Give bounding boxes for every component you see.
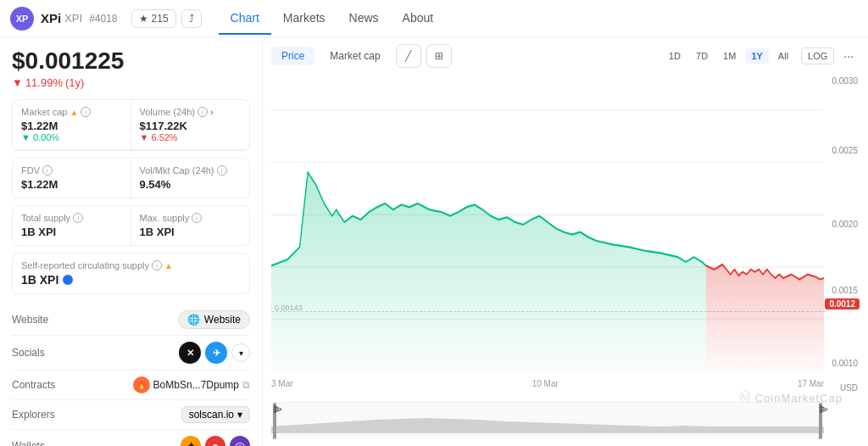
- explorer-button[interactable]: solscan.io ▾: [181, 406, 250, 423]
- circ-supply-label: Self-reported circulating supply: [21, 260, 149, 270]
- price-chart-svg: [271, 73, 824, 371]
- socials-label: Socials: [12, 347, 45, 359]
- price-change-arrow: ▼: [12, 76, 23, 89]
- volume-cell: Volume (24h) i › $117.22K ▼ 6.52%: [131, 100, 250, 150]
- fdv-label: FDV: [21, 165, 40, 176]
- candle-chart-icon-btn[interactable]: ⊞: [426, 44, 452, 68]
- market-cap-cell: Market cap ▲ i $1.22M ▼ 0.00%: [13, 100, 131, 150]
- tab-markets[interactable]: Markets: [271, 3, 337, 35]
- website-row: Website 🌐 Website: [12, 304, 250, 336]
- token-icon: XP: [10, 7, 34, 31]
- y-label-0010: 0.0010: [832, 359, 858, 368]
- star-count: 215: [152, 13, 169, 25]
- chart-area: 0.0030 0.0025 0.0020 0.0015 0.0010 0.001…: [271, 73, 860, 439]
- contracts-label: Contracts: [12, 379, 55, 391]
- time-btn-1d[interactable]: 1D: [663, 48, 687, 64]
- line-chart-icon-btn[interactable]: ╱: [396, 44, 421, 68]
- fdv-value: $1.22M: [21, 178, 122, 191]
- right-panel: Price Market cap ╱ ⊞ 1D 7D 1M 1Y All LOG…: [263, 37, 868, 446]
- market-cap-change: ▼ 0.00%: [21, 132, 122, 142]
- socials-more-button[interactable]: ▾: [231, 343, 250, 362]
- circ-supply-warning-icon: ▲: [164, 261, 173, 270]
- left-panel: $0.001225 ▼ 11.99% (1y) Market cap ▲ i $…: [0, 37, 263, 446]
- share-button[interactable]: ⤴: [181, 9, 202, 28]
- y-label-0025: 0.0025: [832, 146, 858, 155]
- fdv-info-icon: i: [42, 165, 53, 176]
- price-change-period: (1y): [65, 76, 84, 89]
- volume-value: $117.22K: [140, 120, 242, 132]
- vol-mkt-info-icon: i: [217, 165, 227, 176]
- log-button[interactable]: LOG: [801, 47, 834, 64]
- tab-chart[interactable]: Chart: [219, 3, 271, 35]
- share-icon: ⤴: [189, 13, 194, 25]
- x-label-3mar: 3 Mar: [271, 379, 293, 388]
- total-supply-info-icon: i: [73, 213, 83, 223]
- volume-change: ▼ 6.52%: [140, 132, 242, 142]
- x-label-17mar: 17 Mar: [798, 379, 824, 388]
- market-cap-info-icon: i: [81, 107, 91, 117]
- contracts-value: 🔥 BoMbSn...7Dpump ⧉: [133, 376, 250, 393]
- price-tab[interactable]: Price: [271, 47, 314, 65]
- time-btn-1y[interactable]: 1Y: [745, 48, 768, 64]
- copy-icon[interactable]: ⧉: [242, 379, 250, 391]
- y-label-0015: 0.0015: [832, 286, 858, 295]
- website-button[interactable]: 🌐 Website: [178, 310, 250, 329]
- tab-news[interactable]: News: [337, 3, 391, 35]
- candle-icon: ⊞: [435, 50, 443, 62]
- market-cap-warning-icon: ▲: [70, 108, 78, 117]
- fdv-cell: FDV i $1.22M: [13, 159, 131, 198]
- website-value: 🌐 Website: [178, 310, 250, 329]
- current-price-badge: 0.0012: [825, 298, 860, 309]
- globe-icon: 🌐: [187, 314, 200, 326]
- explorers-row: Explorers solscan.io ▾: [12, 400, 250, 430]
- star-icon: ★: [139, 13, 148, 25]
- circ-supply-info-icon: i: [152, 260, 162, 270]
- star-button[interactable]: ★ 215: [131, 9, 176, 28]
- explorer-dropdown-icon: ▾: [237, 409, 242, 421]
- y-label-0020: 0.0020: [832, 220, 858, 229]
- token-rank: #4018: [89, 13, 117, 25]
- contracts-row: Contracts 🔥 BoMbSn...7Dpump ⧉: [12, 371, 250, 400]
- volume-link-icon[interactable]: ›: [210, 107, 214, 117]
- time-btn-all[interactable]: All: [772, 48, 794, 64]
- usd-label: USD: [840, 383, 858, 393]
- max-supply-cell: Max. supply i 1B XPI: [131, 206, 250, 245]
- x-label-10mar: 10 Mar: [532, 379, 559, 388]
- market-cap-label: Market cap: [21, 107, 67, 117]
- mini-chart-right-handle[interactable]: ⫸: [819, 403, 822, 439]
- circ-supply-dot: [63, 275, 73, 285]
- tab-about[interactable]: About: [391, 3, 446, 35]
- vol-mkt-value: 9.54%: [140, 178, 242, 191]
- explorers-label: Explorers: [12, 409, 55, 421]
- chart-toolbar: Price Market cap ╱ ⊞ 1D 7D 1M 1Y All LOG…: [271, 44, 860, 68]
- telegram-icon[interactable]: ✈: [205, 342, 227, 364]
- circ-supply-box: Self-reported circulating supply i ▲ 1B …: [12, 253, 250, 294]
- wallet-icon-3[interactable]: ◎: [230, 436, 250, 446]
- wallet-icon-1[interactable]: ✦: [181, 436, 201, 446]
- total-supply-label: Total supply: [21, 213, 70, 223]
- mini-chart-left-handle[interactable]: ⫸: [273, 403, 276, 439]
- price-change: ▼ 11.99% (1y): [12, 76, 84, 89]
- website-label: Website: [12, 314, 48, 326]
- time-btn-1m[interactable]: 1M: [717, 48, 742, 64]
- price-value: $0.001225: [12, 47, 250, 75]
- wallet-icon-2[interactable]: ●: [205, 436, 225, 446]
- total-supply-value: 1B XPI: [21, 226, 122, 238]
- total-supply-cell: Total supply i 1B XPI: [13, 206, 131, 245]
- twitter-icon[interactable]: ✕: [179, 342, 201, 364]
- volume-label: Volume (24h): [140, 107, 195, 117]
- mini-chart-svg: [271, 403, 824, 433]
- max-supply-label: Max. supply: [140, 213, 190, 223]
- wallets-row: Wallets ✦ ● ◎: [12, 430, 250, 446]
- market-cap-value: $1.22M: [21, 120, 122, 132]
- vol-mkt-cell: Vol/Mkt Cap (24h) i 9.54%: [131, 159, 250, 198]
- explorers-value: solscan.io ▾: [181, 406, 250, 423]
- time-btn-7d[interactable]: 7D: [690, 48, 714, 64]
- x-axis-labels: 3 Mar 10 Mar 17 Mar: [271, 379, 824, 388]
- contract-address: BoMbSn...7Dpump: [153, 379, 239, 391]
- more-button[interactable]: ···: [837, 47, 860, 65]
- max-supply-value: 1B XPI: [140, 226, 242, 238]
- marketcap-tab[interactable]: Market cap: [320, 47, 390, 65]
- contract-token-icon: 🔥: [133, 376, 150, 393]
- price-change-pct: 11.99%: [25, 76, 63, 89]
